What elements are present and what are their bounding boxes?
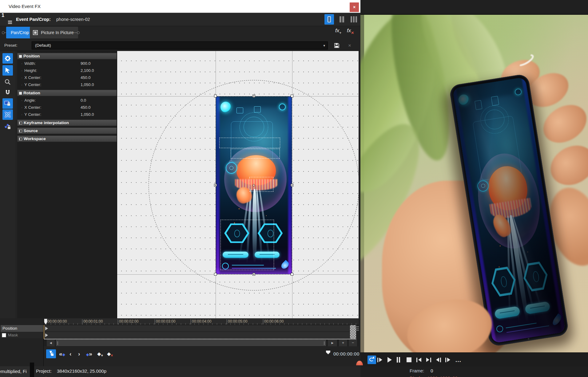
hud-ring-icon <box>226 162 237 174</box>
chain-end-node <box>77 31 80 34</box>
group-header-source[interactable]: Source <box>17 128 117 134</box>
more-options-button[interactable]: … <box>455 355 462 364</box>
corner-handle-tl[interactable] <box>214 95 217 97</box>
keyframe-track-mask[interactable] <box>44 332 356 339</box>
selection-tool-button[interactable] <box>2 65 13 76</box>
ruler-tick: 00:00:01:00 <box>82 319 103 324</box>
preview-status: Frame: 0 Display: 1926x1083x32 <box>360 366 588 377</box>
prop-row-rot-xcenter[interactable]: X Center:450.0 <box>17 104 117 111</box>
next-keyframe-button[interactable]: › <box>78 349 80 358</box>
pan-crop-workspace[interactable] <box>117 51 359 318</box>
ruler-tick: 00:00:03:00 <box>155 319 175 324</box>
one-pane-icon <box>328 16 331 22</box>
mask-checkbox[interactable] <box>2 333 6 337</box>
keyframe-tracks[interactable] <box>44 325 356 339</box>
gear-icon <box>4 55 11 62</box>
scroll-right-button[interactable]: ▶ <box>328 340 337 346</box>
mask-rect[interactable] <box>231 149 280 159</box>
next-frame-button[interactable] <box>445 355 450 364</box>
snap-tool-button[interactable] <box>2 87 13 98</box>
keyframe-track-position[interactable] <box>44 325 356 332</box>
edge-handle-left[interactable] <box>214 184 217 187</box>
prop-row-angle[interactable]: Angle:0.0 <box>17 97 117 104</box>
window-titlebar[interactable]: Video Event FX × <box>0 0 360 13</box>
corner-handle-bl[interactable] <box>214 273 217 276</box>
group-header-workspace[interactable]: Workspace <box>17 135 117 142</box>
corner-handle-br[interactable] <box>291 273 293 276</box>
plugin-chain-row: Pan/Crop Picture In Picture fx+ fx✕ <box>0 26 360 40</box>
pin-lock-icon <box>48 350 54 357</box>
layout-three-pane-button[interactable] <box>349 14 358 25</box>
track-label-position[interactable]: Position <box>1 325 43 332</box>
edge-handle-top[interactable] <box>252 95 255 97</box>
remove-effect-button[interactable]: fx✕ <box>347 28 354 38</box>
cursor-arrow-icon <box>4 67 11 74</box>
project-value: 3840x2160x32, 25.000p <box>57 368 106 374</box>
prop-row-height[interactable]: Height:2,100.0 <box>17 67 117 74</box>
event-number: 1 <box>2 13 4 18</box>
mask-rect[interactable] <box>220 220 274 270</box>
last-keyframe-button[interactable]: ◆» <box>86 349 92 358</box>
track-scroll-grip[interactable] <box>355 326 359 331</box>
prop-row-rot-ycenter[interactable]: Y Center:1,050.0 <box>17 111 117 118</box>
layout-two-pane-button[interactable] <box>337 14 347 25</box>
delete-keyframe-button[interactable]: ◆× <box>107 349 113 358</box>
edge-handle-bottom[interactable] <box>252 273 255 276</box>
scrollbar-thumb[interactable] <box>56 340 326 346</box>
floppy-icon <box>334 43 340 48</box>
settings-gear-button[interactable] <box>2 53 13 64</box>
sync-cursor-button[interactable] <box>46 349 56 358</box>
prop-row-ycenter[interactable]: Y Center:1,050.0 <box>17 81 117 88</box>
preset-label: Preset: <box>4 40 18 51</box>
prop-row-xcenter[interactable]: X Center:450.0 <box>17 74 117 81</box>
group-header-position[interactable]: Position <box>17 53 117 59</box>
first-keyframe-button[interactable]: «◆ <box>59 349 65 358</box>
go-to-start-button[interactable] <box>416 355 421 364</box>
close-icon[interactable]: × <box>350 2 359 12</box>
ruler-tick: 00:00:05:00 <box>227 319 247 324</box>
scale-about-center-button[interactable] <box>2 109 13 120</box>
pause-button[interactable] <box>397 355 400 364</box>
chevron-down-icon: ▾ <box>323 42 325 49</box>
project-label: Project: <box>36 368 52 374</box>
zoom-in-button[interactable]: + <box>339 340 347 346</box>
group-header-keyframe-interpolation[interactable]: Keyframe interpolation <box>17 120 117 126</box>
scroll-left-button[interactable]: ◀ <box>47 340 55 346</box>
previous-frame-button[interactable] <box>436 355 441 364</box>
pip-icon <box>33 30 38 35</box>
delete-preset-button[interactable]: × <box>346 41 354 49</box>
play-button[interactable] <box>387 355 392 364</box>
preview-video-frame <box>360 15 588 352</box>
edge-handle-right[interactable] <box>291 184 293 187</box>
add-effect-button[interactable]: fx+ <box>335 28 341 38</box>
zoom-out-button[interactable]: − <box>349 340 357 346</box>
tab-picture-in-picture[interactable]: Picture In Picture <box>30 27 78 38</box>
stop-button[interactable] <box>407 355 411 364</box>
magnifier-icon <box>4 78 11 86</box>
save-preset-button[interactable] <box>332 42 341 49</box>
video-event-fx-window: Video Event FX × 1 Event Pan/Crop: phone… <box>0 0 360 366</box>
timeline-track-labels: Position Mask <box>0 318 44 366</box>
expanded-marker-icon <box>19 55 22 58</box>
track-label-mask[interactable]: Mask <box>1 332 43 338</box>
keyframe-toolbar: «◆ ‹ › ◆» ◆+ ◆× <box>44 349 359 359</box>
play-from-start-button[interactable] <box>377 355 382 364</box>
insert-keyframe-button[interactable]: ◆+ <box>97 349 103 358</box>
prop-row-width[interactable]: Width:900.0 <box>17 60 117 67</box>
go-to-end-button[interactable] <box>426 355 431 364</box>
loop-playback-button[interactable] <box>368 355 376 364</box>
dolphin-orb-icon <box>220 102 231 112</box>
previous-keyframe-button[interactable]: ‹ <box>70 349 71 358</box>
group-header-rotation[interactable]: Rotation <box>17 90 117 96</box>
lock-aspect-button[interactable] <box>2 121 13 132</box>
layout-one-pane-button[interactable] <box>324 14 334 25</box>
center-handle[interactable] <box>252 184 255 187</box>
mask-rect[interactable] <box>219 138 280 148</box>
preset-dropdown[interactable]: (Default) ▾ <box>32 41 328 49</box>
timeline-scrollbar[interactable]: ◀ ▶ + − <box>44 340 359 346</box>
timeline-ruler[interactable]: 00:00:00:00 00:00:01:00 00:00:02:00 00:0… <box>44 318 359 325</box>
corner-handle-tr[interactable] <box>291 95 293 97</box>
finger <box>543 138 588 193</box>
lock-xy-button[interactable] <box>2 98 13 109</box>
zoom-tool-button[interactable] <box>2 77 13 87</box>
